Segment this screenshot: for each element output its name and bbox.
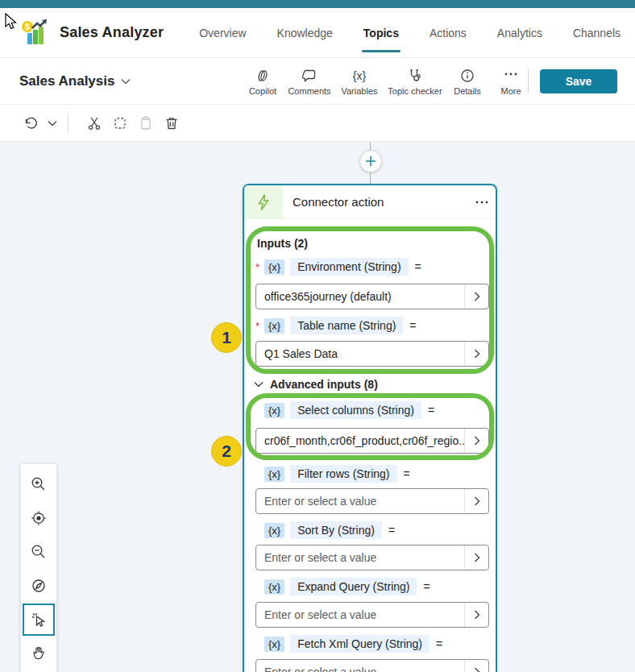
copilot-button[interactable]: Copilot xyxy=(243,66,282,96)
center-view-icon[interactable] xyxy=(23,502,55,534)
equals-sign: = xyxy=(423,580,430,593)
app-header: $ Sales Analyzer Overview Knowledge Topi… xyxy=(0,8,635,58)
topic-checker-button[interactable]: Topic checker xyxy=(387,66,443,96)
minimap-icon[interactable] xyxy=(23,570,55,602)
open-picker-button[interactable] xyxy=(464,489,488,513)
topic-name-dropdown[interactable]: Sales Analysis xyxy=(19,73,131,89)
more-label: More xyxy=(500,86,521,96)
app-top-strip xyxy=(0,0,635,8)
field-label-expand-query: {x} Expand Query (String) = xyxy=(255,578,496,595)
more-button[interactable]: More xyxy=(492,66,530,96)
pan-tool-icon[interactable] xyxy=(23,637,55,670)
nav-tab-analytics[interactable]: Analytics xyxy=(496,19,544,48)
field-label-select-columns: {x} Select columns (String) = xyxy=(255,401,496,419)
open-picker-button[interactable] xyxy=(464,342,488,366)
variable-badge[interactable]: {x} xyxy=(264,637,284,652)
topic-checker-icon xyxy=(407,68,423,84)
sort-by-placeholder: Enter or select a value xyxy=(256,551,464,564)
topic-tools: Copilot Comments {x} Variables xyxy=(243,58,530,104)
copilot-label: Copilot xyxy=(249,86,276,96)
comments-button[interactable]: Comments xyxy=(287,66,332,96)
zoom-in-icon[interactable] xyxy=(23,468,55,500)
save-button[interactable]: Save xyxy=(540,69,617,93)
details-label: Details xyxy=(454,86,481,96)
copy-icon[interactable] xyxy=(107,110,133,136)
nav-tab-knowledge[interactable]: Knowledge xyxy=(276,19,334,48)
comments-icon xyxy=(301,68,318,84)
toolbar-divider xyxy=(528,69,529,93)
field-name-chip[interactable]: Select columns (String) xyxy=(290,401,421,419)
details-icon xyxy=(459,68,475,84)
field-name-chip[interactable]: Expand Query (String) xyxy=(290,578,417,595)
variable-badge[interactable]: {x} xyxy=(264,318,284,334)
sort-by-input[interactable]: Enter or select a value xyxy=(255,545,489,570)
open-picker-button[interactable] xyxy=(464,545,488,570)
chevron-down-icon xyxy=(121,78,131,85)
field-name-chip[interactable]: Fetch Xml Query (String) xyxy=(290,635,430,653)
node-title: Connector action xyxy=(293,195,468,209)
undo-icon[interactable] xyxy=(18,110,44,136)
variable-badge[interactable]: {x} xyxy=(264,523,284,538)
field-name-chip[interactable]: Filter rows (String) xyxy=(290,465,396,483)
topic-toolbar: Sales Analysis Copilot Comments {x} xyxy=(0,58,635,105)
select-columns-value: cr06f_month,cr06f_product,cr06f_regio... xyxy=(256,434,464,447)
zoom-out-icon[interactable] xyxy=(23,536,55,568)
open-picker-button[interactable] xyxy=(464,603,488,627)
chevron-down-icon xyxy=(254,381,264,388)
topic-name: Sales Analysis xyxy=(19,73,114,89)
field-label-table-name: * {x} Table name (String) = xyxy=(255,317,496,334)
equals-sign: = xyxy=(404,467,410,480)
variable-badge[interactable]: {x} xyxy=(264,403,284,418)
inputs-header: Inputs (2) xyxy=(257,237,496,250)
table-name-input[interactable]: Q1 Sales Data xyxy=(255,341,489,367)
lightning-icon xyxy=(255,193,272,211)
field-label-sort-by: {x} Sort By (String) = xyxy=(255,521,496,539)
required-marker: * xyxy=(255,261,261,273)
field-name-chip[interactable]: Sort By (String) xyxy=(290,521,382,539)
undo-menu-chevron-icon[interactable] xyxy=(44,110,61,136)
table-name-value: Q1 Sales Data xyxy=(256,347,464,360)
nav-tab-actions[interactable]: Actions xyxy=(428,19,468,48)
equals-sign: = xyxy=(428,404,434,417)
field-name-chip[interactable]: Table name (String) xyxy=(290,317,403,334)
connector-action-node[interactable]: Connector action Inputs (2) * {x} Enviro… xyxy=(243,184,497,672)
variables-button[interactable]: {x} Variables xyxy=(337,66,382,96)
advanced-inputs-toggle[interactable]: Advanced inputs (8) xyxy=(254,378,496,391)
delete-icon[interactable] xyxy=(159,110,185,136)
node-more-icon[interactable] xyxy=(468,195,496,209)
equals-sign: = xyxy=(436,637,442,650)
annotation-badge-1: 1 xyxy=(211,322,242,353)
expand-query-input[interactable]: Enter or select a value xyxy=(255,602,489,628)
environment-input[interactable]: office365journey (default) xyxy=(255,284,489,309)
fetch-xml-query-placeholder: Enter or select a value xyxy=(256,666,464,672)
svg-text:$: $ xyxy=(25,22,30,31)
canvas-toolbar xyxy=(21,464,56,672)
open-picker-button[interactable] xyxy=(464,284,488,309)
fetch-xml-query-input[interactable]: Enter or select a value xyxy=(255,659,489,672)
advanced-inputs-header: Advanced inputs (8) xyxy=(270,378,378,391)
field-name-chip[interactable]: Environment (String) xyxy=(290,258,408,276)
select-tool-icon[interactable] xyxy=(23,604,55,636)
nav-tab-overview[interactable]: Overview xyxy=(197,19,247,48)
select-columns-input[interactable]: cr06f_month,cr06f_product,cr06f_regio... xyxy=(255,428,489,454)
main-nav: Overview Knowledge Topics Actions Analyt… xyxy=(197,19,622,48)
copilot-icon xyxy=(255,68,271,84)
paste-icon xyxy=(133,110,159,136)
more-icon xyxy=(503,68,519,84)
open-picker-button[interactable] xyxy=(464,429,488,453)
equals-sign: = xyxy=(409,319,416,332)
authoring-canvas[interactable]: Connector action Inputs (2) * {x} Enviro… xyxy=(0,142,635,672)
open-picker-button[interactable] xyxy=(464,660,488,672)
app-name: Sales Analyzer xyxy=(60,24,164,41)
variable-badge[interactable]: {x} xyxy=(264,259,284,275)
cut-icon[interactable] xyxy=(81,110,107,136)
nav-tab-channels[interactable]: Channels xyxy=(571,19,622,48)
add-node-button[interactable] xyxy=(359,150,382,172)
annotation-badge-2: 2 xyxy=(211,436,242,467)
variable-badge[interactable]: {x} xyxy=(264,579,284,595)
variable-badge[interactable]: {x} xyxy=(264,467,284,482)
details-button[interactable]: Details xyxy=(448,66,487,96)
required-marker: * xyxy=(255,320,261,332)
nav-tab-topics[interactable]: Topics xyxy=(362,19,401,48)
filter-rows-input[interactable]: Enter or select a value xyxy=(255,488,489,514)
